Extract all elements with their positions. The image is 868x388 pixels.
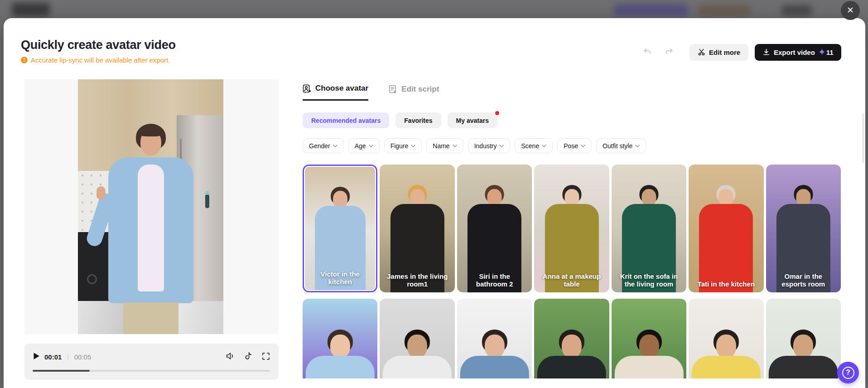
fullscreen-button[interactable]: [262, 352, 270, 362]
filter-name[interactable]: Name: [426, 138, 463, 153]
lip-sync-notice: ! Accurate lip-sync will be available af…: [21, 56, 170, 64]
avatar-thumbnail: Tati in the kitchen: [689, 165, 763, 292]
avatar-person-illustration: [537, 330, 606, 378]
volume-button[interactable]: [226, 352, 235, 362]
avatar-card[interactable]: [766, 299, 841, 378]
export-video-label: Export video: [774, 48, 815, 56]
avatar-card[interactable]: [689, 299, 763, 378]
avatar-card[interactable]: [457, 299, 532, 378]
avatar-thumbnail: [612, 299, 686, 378]
avatar-grid: Victor in the kitchenJames in the living…: [303, 165, 841, 378]
presenter-fringe: [139, 126, 163, 136]
chip-recommended-avatars[interactable]: Recommended avatars: [303, 112, 389, 128]
edit-more-label: Edit more: [709, 48, 740, 56]
avatar-thumbnail: [534, 299, 609, 378]
avatar-thumbnail: Anna at a makeup table: [534, 165, 609, 292]
person-torso: [614, 356, 683, 378]
chip-favorites[interactable]: Favorites: [395, 112, 441, 128]
filter-label: Gender: [309, 142, 330, 150]
avatar-thumbnail: [303, 299, 377, 378]
chevron-down-icon: [635, 145, 640, 147]
blurred-toolbar-item: [613, 4, 688, 16]
filter-figure[interactable]: Figure: [384, 138, 422, 153]
filter-age[interactable]: Age: [348, 138, 380, 153]
chevron-down-icon: [581, 145, 585, 147]
avatar-card[interactable]: [534, 299, 609, 378]
redo-button[interactable]: [663, 46, 675, 58]
filter-label: Name: [433, 142, 449, 150]
warning-icon: !: [21, 57, 28, 63]
seek-bar-fill: [33, 370, 90, 372]
scrollbar-thumb[interactable]: [862, 113, 864, 163]
avatar-card[interactable]: [303, 299, 377, 378]
avatar-person-illustration: [306, 330, 375, 378]
new-indicator-dot: [495, 111, 499, 115]
tab-choose-avatar[interactable]: Choose avatar: [303, 84, 368, 101]
chevron-down-icon: [369, 145, 373, 147]
chip-label: Favorites: [404, 117, 432, 124]
presenter-tshirt: [138, 165, 164, 291]
filter-label: Figure: [391, 142, 409, 150]
avatar-card[interactable]: [612, 299, 686, 378]
export-video-button[interactable]: Export video 11: [755, 44, 841, 61]
avatar-card[interactable]: [380, 299, 454, 378]
avatar-card-krit-on-the-sofa-in-the-living-room[interactable]: Krit on the sofa in the living room: [612, 165, 686, 292]
choose-avatar-icon: [303, 84, 311, 93]
filter-outfit-style[interactable]: Outfit style: [596, 138, 646, 153]
presenter-pants: [123, 302, 178, 334]
avatar-thumbnail: [380, 299, 454, 378]
play-button[interactable]: [33, 352, 40, 361]
tab-label: Edit script: [401, 85, 439, 94]
chip-my-avatars[interactable]: My avatars: [448, 112, 497, 128]
create-avatar-video-modal: Quickly create avatar video ! Accurate l…: [4, 18, 865, 388]
edit-more-button[interactable]: Edit more: [690, 44, 748, 61]
avatar-thumbnail: [457, 299, 532, 378]
avatar-thumbnail: James in the living room1: [380, 165, 454, 292]
current-time: 00:01: [44, 353, 62, 361]
person-torso: [537, 356, 606, 378]
tiktok-preview-button[interactable]: [245, 352, 252, 362]
blurred-app-logo: [12, 3, 50, 16]
avatar-source-chips: Recommended avatarsFavoritesMy avatars: [303, 112, 497, 128]
avatar-card-james-in-the-living-room1[interactable]: James in the living room1: [380, 165, 454, 292]
blurred-toolbar-item: [781, 5, 812, 16]
avatar-card-victor-in-the-kitchen[interactable]: Victor in the kitchen: [303, 165, 377, 292]
notice-text: Accurate lip-sync will be available afte…: [31, 56, 170, 64]
filter-label: Outfit style: [603, 142, 632, 150]
avatar-thumbnail: Krit on the sofa in the living room: [612, 165, 686, 292]
export-credit-count: 11: [826, 48, 834, 56]
avatar-thumbnail: [766, 299, 841, 378]
avatar-person-illustration: [769, 330, 838, 378]
chevron-down-icon: [453, 145, 457, 147]
filter-pose[interactable]: Pose: [557, 138, 592, 153]
seek-bar[interactable]: [33, 370, 270, 372]
play-icon: [33, 352, 40, 361]
avatar-name-label: Krit on the sofa in the living room: [612, 273, 686, 292]
person-torso: [769, 356, 838, 378]
panel-tabs: Choose avatarEdit script: [303, 84, 439, 101]
close-modal-button[interactable]: [841, 1, 860, 20]
filter-gender[interactable]: Gender: [303, 138, 344, 153]
filter-label: Age: [355, 142, 366, 150]
chevron-down-icon: [542, 145, 546, 147]
avatar-grid-row-2: [303, 299, 841, 378]
avatar-person-illustration: [692, 330, 761, 378]
avatar-card-omar-in-the-esports-room[interactable]: Omar in the esports room: [766, 165, 841, 292]
avatar-card-tati-in-the-kitchen[interactable]: Tati in the kitchen: [689, 165, 763, 292]
person-head: [330, 335, 350, 358]
tab-label: Choose avatar: [315, 84, 368, 93]
filter-industry[interactable]: Industry: [468, 138, 511, 153]
avatar-name-label: Siri in the bathroom 2: [457, 273, 532, 292]
avatar-card-anna-at-a-makeup-table[interactable]: Anna at a makeup table: [534, 165, 609, 292]
avatar-card-siri-in-the-bathroom-2[interactable]: Siri in the bathroom 2: [457, 165, 532, 292]
avatar-person-illustration: [614, 330, 683, 378]
fullscreen-icon: [262, 352, 270, 362]
avatar-person-illustration: [699, 185, 753, 292]
tab-edit-script[interactable]: Edit script: [389, 84, 439, 101]
filter-scene[interactable]: Scene: [515, 138, 553, 153]
help-button[interactable]: ?: [837, 362, 859, 383]
edit-script-icon: [389, 85, 397, 93]
undo-button[interactable]: [641, 46, 653, 58]
page-title: Quickly create avatar video: [21, 38, 176, 52]
person-torso: [692, 356, 761, 378]
